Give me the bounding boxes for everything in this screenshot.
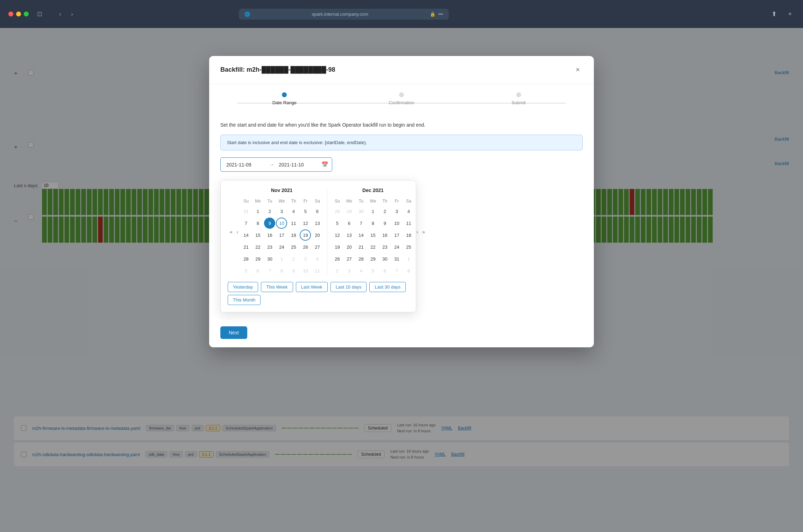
nov-day-20[interactable]: 20 [312, 229, 323, 241]
nov-day-3-next[interactable]: 3 [300, 253, 311, 264]
quick-last-10-days-button[interactable]: Last 10 days [331, 282, 367, 292]
prev-month-button[interactable]: ‹ [235, 228, 241, 235]
end-date-input[interactable] [279, 162, 317, 168]
nov-day-11-next[interactable]: 11 [312, 265, 323, 276]
nov-day-13[interactable]: 13 [312, 218, 323, 229]
nov-day-25[interactable]: 25 [288, 241, 299, 253]
nov-day-10[interactable]: 10 [276, 218, 287, 229]
nov-day-8[interactable]: 8 [252, 218, 263, 229]
dec-day-6-next[interactable]: 6 [379, 265, 390, 276]
back-button[interactable]: ‹ [56, 9, 64, 19]
dec-day-19[interactable]: 19 [332, 241, 343, 253]
nov-day-21[interactable]: 21 [240, 241, 251, 253]
dec-day-3[interactable]: 3 [391, 206, 402, 217]
nov-day-29[interactable]: 29 [252, 253, 263, 264]
dec-day-10[interactable]: 10 [391, 218, 402, 229]
dec-day-21[interactable]: 21 [355, 241, 367, 253]
dec-day-1[interactable]: 1 [367, 206, 378, 217]
dec-day-2-next[interactable]: 2 [332, 265, 343, 276]
calendar-icon[interactable]: 📅 [321, 161, 328, 168]
dec-day-31[interactable]: 31 [391, 253, 402, 264]
dec-day-7[interactable]: 7 [355, 218, 367, 229]
dec-day-29[interactable]: 29 [367, 253, 378, 264]
nov-day-10-next[interactable]: 10 [300, 265, 311, 276]
dec-day-28[interactable]: 28 [355, 253, 367, 264]
nov-day-9-next[interactable]: 9 [288, 265, 299, 276]
nov-day-23[interactable]: 23 [264, 241, 275, 253]
dec-day-18[interactable]: 18 [403, 229, 414, 241]
dec-day-5[interactable]: 5 [332, 218, 343, 229]
dec-day-17[interactable]: 17 [391, 229, 402, 241]
dec-day-23[interactable]: 23 [379, 241, 390, 253]
nov-day-7[interactable]: 7 [240, 218, 251, 229]
quick-this-month-button[interactable]: This Month [228, 295, 261, 305]
dec-day-28-prev[interactable]: 28 [332, 206, 343, 217]
more-options-icon[interactable]: ••• [438, 12, 443, 17]
dec-day-13[interactable]: 13 [343, 229, 355, 241]
nov-day-5[interactable]: 5 [300, 206, 311, 217]
quick-yesterday-button[interactable]: Yesterday [228, 282, 258, 292]
nov-day-18[interactable]: 18 [288, 229, 299, 241]
dec-day-20[interactable]: 20 [343, 241, 355, 253]
next-next-month-button[interactable]: » [420, 228, 427, 235]
nov-day-24[interactable]: 24 [276, 241, 287, 253]
sidebar-toggle-button[interactable]: ⊡ [34, 9, 45, 19]
forward-button[interactable]: › [68, 9, 76, 19]
dec-day-27[interactable]: 27 [343, 253, 355, 264]
modal-overlay[interactable]: Backfill: m2h-██████-████████-98 × Date … [0, 28, 803, 532]
nov-day-31-prev[interactable]: 31 [240, 206, 251, 217]
dec-day-16[interactable]: 16 [379, 229, 390, 241]
nov-day-27[interactable]: 27 [312, 241, 323, 253]
dec-day-30[interactable]: 30 [379, 253, 390, 264]
dec-day-8[interactable]: 8 [367, 218, 378, 229]
quick-this-week-button[interactable]: This Week [261, 282, 293, 292]
nov-day-9[interactable]: 9 [264, 218, 275, 229]
dec-day-6[interactable]: 6 [343, 218, 355, 229]
dec-day-11[interactable]: 11 [403, 218, 414, 229]
nov-day-16[interactable]: 16 [264, 229, 275, 241]
next-month-button[interactable]: › [414, 228, 420, 235]
dec-day-7-next[interactable]: 7 [391, 265, 402, 276]
quick-last-week-button[interactable]: Last Week [296, 282, 328, 292]
nov-day-2-next[interactable]: 2 [288, 253, 299, 264]
dec-day-15[interactable]: 15 [367, 229, 378, 241]
next-button[interactable]: Next [220, 326, 247, 339]
nov-day-4-next[interactable]: 4 [312, 253, 323, 264]
prev-prev-month-button[interactable]: « [228, 228, 235, 235]
nov-day-28[interactable]: 28 [240, 253, 251, 264]
dec-day-3-next[interactable]: 3 [343, 265, 355, 276]
address-bar[interactable]: 🌐 spark.internal.company.com 🔒 ••• [239, 9, 449, 20]
quick-last-30-days-button[interactable]: Last 30 days [369, 282, 406, 292]
nov-day-15[interactable]: 15 [252, 229, 263, 241]
dec-day-9[interactable]: 9 [379, 218, 390, 229]
nov-day-17[interactable]: 17 [276, 229, 287, 241]
dec-day-4-next[interactable]: 4 [355, 265, 367, 276]
dec-day-2[interactable]: 2 [379, 206, 390, 217]
nov-day-19[interactable]: 19 [300, 229, 311, 241]
nov-day-7-next[interactable]: 7 [264, 265, 275, 276]
share-button[interactable]: ⬆ [769, 9, 780, 19]
new-tab-button[interactable]: + [785, 9, 795, 19]
dec-day-12[interactable]: 12 [332, 229, 343, 241]
dec-day-5-next[interactable]: 5 [367, 265, 378, 276]
nov-day-22[interactable]: 22 [252, 241, 263, 253]
maximize-traffic-light[interactable] [24, 12, 29, 16]
nov-day-8-next[interactable]: 8 [276, 265, 287, 276]
nov-day-12[interactable]: 12 [300, 218, 311, 229]
dec-day-26[interactable]: 26 [332, 253, 343, 264]
dec-day-1-next[interactable]: 1 [403, 253, 414, 264]
nov-day-2[interactable]: 2 [264, 206, 275, 217]
dec-day-14[interactable]: 14 [355, 229, 367, 241]
nov-day-1-next[interactable]: 1 [276, 253, 287, 264]
start-date-input[interactable] [226, 162, 265, 168]
close-traffic-light[interactable] [8, 12, 13, 16]
nov-day-26[interactable]: 26 [300, 241, 311, 253]
dec-day-25[interactable]: 25 [403, 241, 414, 253]
dec-day-30-prev[interactable]: 30 [355, 206, 367, 217]
nov-day-14[interactable]: 14 [240, 229, 251, 241]
nov-day-5-next[interactable]: 5 [240, 265, 251, 276]
nov-day-3[interactable]: 3 [276, 206, 287, 217]
dec-day-8-next[interactable]: 8 [403, 265, 414, 276]
nov-day-1[interactable]: 1 [252, 206, 263, 217]
dec-day-29-prev[interactable]: 29 [343, 206, 355, 217]
